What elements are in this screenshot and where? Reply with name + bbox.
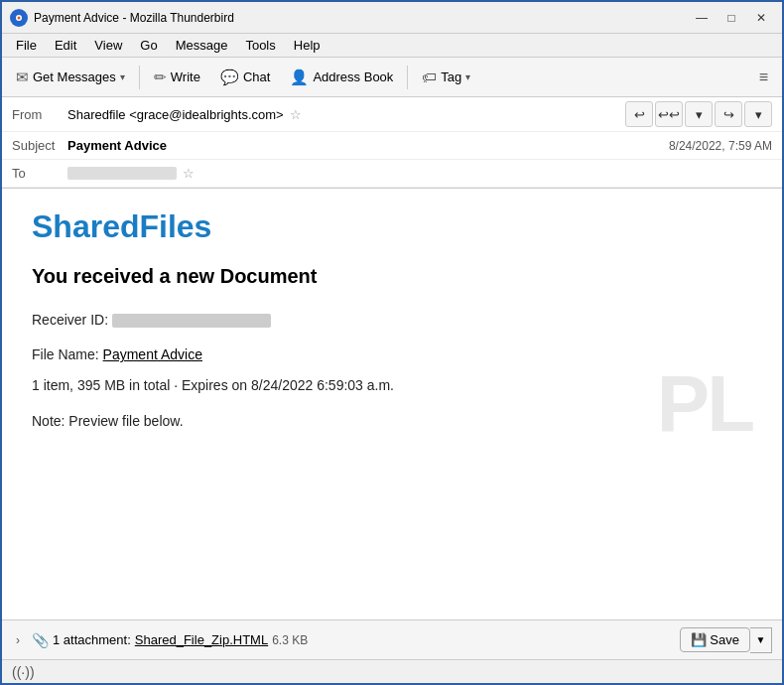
chat-button[interactable]: 💬 Chat [212,65,278,90]
paperclip-icon: 📎 [32,632,49,648]
brand-title: SharedFiles [32,208,752,245]
status-bar: ((·)) [2,659,782,683]
menu-bar: File Edit View Go Message Tools Help [2,34,782,58]
nav-dropdown-button[interactable]: ▾ [744,101,772,127]
menu-help[interactable]: Help [286,36,328,55]
attachment-size: 6.3 KB [272,633,308,647]
save-dropdown-button[interactable]: ▼ [750,627,772,653]
reply-all-button[interactable]: ↩↩ [655,101,683,127]
tag-label: Tag [441,69,461,84]
menu-message[interactable]: Message [168,36,236,55]
to-star-icon[interactable]: ☆ [183,166,195,181]
watermark: PL [657,358,752,450]
from-value: Sharedfile <grace@idealbrights.com> [67,107,284,122]
get-messages-label: Get Messages [33,69,116,84]
email-header: From Sharedfile <grace@idealbrights.com>… [2,97,782,189]
from-star-icon[interactable]: ☆ [290,107,302,122]
menu-edit[interactable]: Edit [47,36,84,55]
filename-link[interactable]: Payment Advice [103,346,202,362]
chat-icon: 💬 [220,68,239,86]
attachment-filename[interactable]: Shared_File_Zip.HTML [135,632,268,647]
tag-button[interactable]: 🏷 Tag ▾ [414,65,478,89]
toolbar-separator-2 [407,66,408,89]
save-button[interactable]: 💾 Save [680,627,750,652]
write-icon: ✏ [154,68,167,86]
app-icon [10,9,28,27]
forward-button[interactable]: ↪ [715,101,742,127]
connection-status-icon: ((·)) [12,664,35,680]
minimize-button[interactable]: — [689,7,715,29]
receiver-address-blurred [112,314,271,328]
save-dropdown-arrow: ▼ [756,634,766,645]
from-label: From [12,107,62,122]
window-title: Payment Advice - Mozilla Thunderbird [34,11,689,25]
receiver-label: Receiver ID: [32,312,108,328]
menu-tools[interactable]: Tools [237,36,283,55]
menu-go[interactable]: Go [132,36,165,55]
doc-note: Note: Preview file below. [32,413,752,429]
menu-file[interactable]: File [8,36,45,55]
save-icon: 💾 [691,632,707,647]
attachment-count-label: 1 attachment: [53,632,131,647]
nav-down-button[interactable]: ▾ [685,101,713,127]
receiver-info: Receiver ID: [32,308,752,333]
close-button[interactable]: ✕ [748,7,774,29]
filename-label: File Name: [32,346,99,362]
maximize-button[interactable]: □ [719,7,744,29]
filename-info: File Name: Payment Advice [32,342,752,367]
write-label: Write [171,69,200,84]
address-book-icon: 👤 [290,68,309,86]
item-info: 1 item, 395 MB in total · Expires on 8/2… [32,377,752,393]
chat-label: Chat [243,69,270,84]
to-address-blurred [67,167,177,180]
save-label: Save [710,632,739,647]
toolbar: ✉ Get Messages ▾ ✏ Write 💬 Chat 👤 Addres… [2,58,782,97]
doc-heading: You received a new Document [32,265,752,288]
menu-view[interactable]: View [86,36,130,55]
attachment-bar: › 📎 1 attachment: Shared_File_Zip.HTML 6… [2,619,782,659]
main-window: Payment Advice - Mozilla Thunderbird — □… [0,0,784,685]
navigation-buttons: ↩ ↩↩ ▾ ↪ ▾ [625,101,772,127]
reply-button[interactable]: ↩ [625,101,653,127]
get-messages-arrow[interactable]: ▾ [120,71,125,82]
title-bar: Payment Advice - Mozilla Thunderbird — □… [2,2,782,34]
tag-arrow[interactable]: ▾ [465,71,470,82]
hamburger-menu-button[interactable]: ≡ [751,65,776,90]
write-button[interactable]: ✏ Write [146,65,208,90]
from-row: From Sharedfile <grace@idealbrights.com>… [2,97,782,132]
to-label: To [12,166,62,181]
subject-label: Subject [12,138,62,153]
toolbar-separator-1 [139,66,140,89]
to-row: To ☆ [2,160,782,188]
subject-value: Payment Advice [67,138,167,153]
subject-row: Subject Payment Advice 8/24/2022, 7:59 A… [2,132,782,160]
window-controls: — □ ✕ [689,7,774,29]
get-messages-icon: ✉ [16,68,29,86]
attachment-expand-button[interactable]: › [12,631,24,649]
email-body: PL SharedFiles You received a new Docume… [2,189,782,619]
address-book-button[interactable]: 👤 Address Book [282,65,401,90]
svg-point-2 [18,16,21,19]
get-messages-button[interactable]: ✉ Get Messages ▾ [8,65,133,90]
tag-icon: 🏷 [422,68,437,85]
address-book-label: Address Book [313,69,393,84]
email-date: 8/24/2022, 7:59 AM [669,139,772,153]
